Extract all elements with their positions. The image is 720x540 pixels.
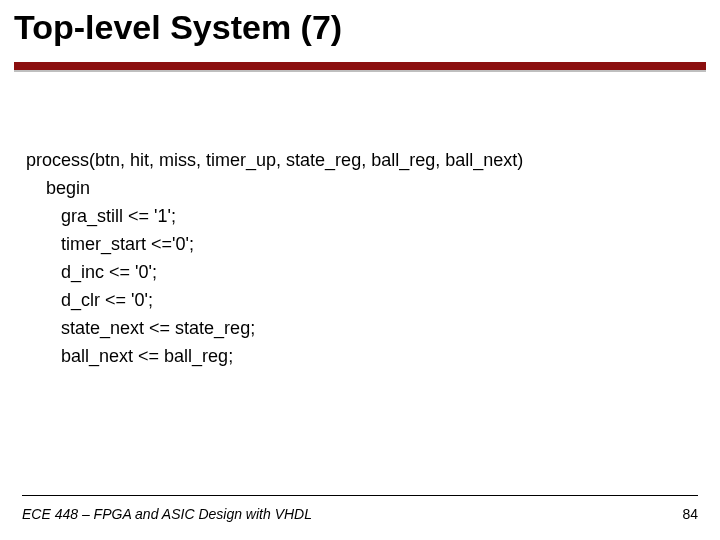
code-line: d_clr <= '0'; bbox=[26, 290, 153, 310]
page-number: 84 bbox=[682, 506, 698, 522]
code-line: d_inc <= '0'; bbox=[26, 262, 157, 282]
code-line: ball_next <= ball_reg; bbox=[26, 346, 233, 366]
slide: Top-level System (7) process(btn, hit, m… bbox=[0, 0, 720, 540]
code-line: state_next <= state_reg; bbox=[26, 318, 255, 338]
footer-course: ECE 448 – FPGA and ASIC Design with VHDL bbox=[22, 506, 312, 522]
title-rule bbox=[14, 62, 706, 70]
code-line: gra_still <= '1'; bbox=[26, 206, 176, 226]
code-block: process(btn, hit, miss, timer_up, state_… bbox=[26, 118, 523, 370]
footer-rule bbox=[22, 495, 698, 496]
slide-title: Top-level System (7) bbox=[14, 8, 342, 47]
code-line: timer_start <='0'; bbox=[26, 234, 194, 254]
code-line: begin bbox=[26, 178, 90, 198]
code-line: process(btn, hit, miss, timer_up, state_… bbox=[26, 150, 523, 170]
